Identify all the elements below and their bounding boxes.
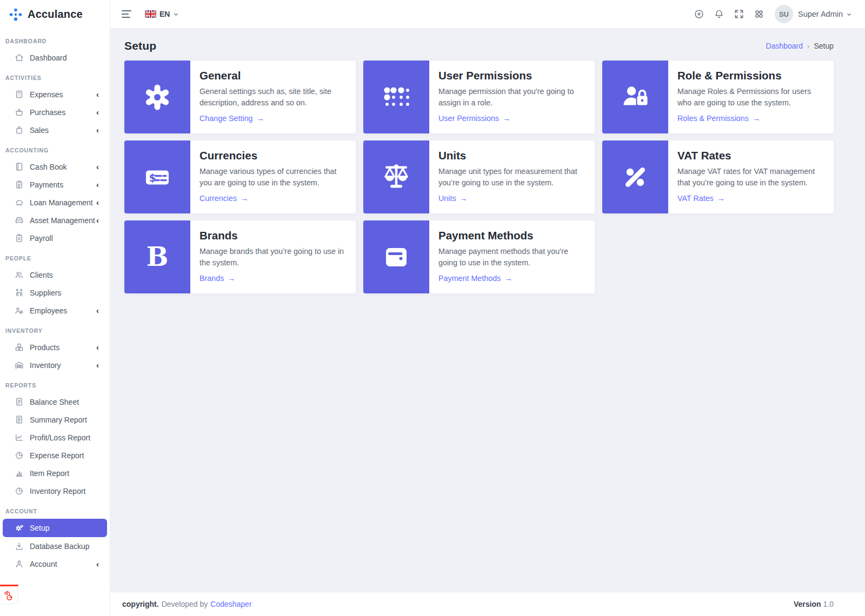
sidebar-item-products[interactable]: Products‹ [0, 338, 110, 356]
user-permissions-link[interactable]: User Permissions→ [438, 114, 510, 123]
sidebar-section-label: INVENTORY [0, 319, 110, 338]
card-link-label: Payment Methods [438, 274, 501, 283]
clipboard-list-icon [15, 180, 24, 189]
sidebar-item-label: Asset Management [30, 216, 95, 225]
card-description: Manage Roles & Permissions for users who… [677, 86, 825, 109]
laravel-debugbar-badge[interactable] [0, 585, 18, 604]
sidebar-item-employees[interactable]: Employees‹ [0, 302, 110, 319]
version-label: Version [794, 600, 821, 608]
apps-grid-icon[interactable] [754, 9, 764, 19]
payment-methods-link[interactable]: Payment Methods→ [438, 274, 513, 283]
sidebar-section-label: ACCOUNT [0, 500, 110, 519]
plus-circle-icon[interactable] [694, 9, 704, 19]
sidebar-item-cash-book[interactable]: Cash Book‹ [0, 158, 110, 176]
percent-icon [602, 140, 668, 213]
card-body: BrandsManage brands that you’re going to… [190, 220, 356, 293]
arrow-right-icon: → [717, 194, 725, 203]
sidebar-toggle-icon[interactable] [122, 10, 132, 18]
bag-icon [15, 125, 24, 135]
acculance-logo-icon [9, 8, 23, 22]
arrow-right-icon: → [504, 274, 512, 283]
sidebar-item-label: Dashboard [30, 53, 67, 62]
sidebar-item-payroll[interactable]: Payroll [0, 229, 110, 247]
sidebar-item-balance-sheet[interactable]: Balance Sheet [0, 393, 110, 411]
setup-card-currencies: $CurrenciesManage various types of curre… [124, 140, 356, 213]
codeshaper-link[interactable]: Codeshaper [210, 600, 251, 608]
sidebar-item-sales[interactable]: Sales‹ [0, 121, 110, 139]
sidebar-item-label: Expense Report [30, 451, 84, 460]
footer-copyright: copyright. [122, 600, 159, 608]
svg-text:B: B [147, 242, 169, 272]
page-title: Setup [124, 39, 156, 52]
sidebar: Acculance DASHBOARDDashboardACTIVITIESEx… [0, 0, 110, 616]
card-body: Payment MethodsManage payment methods th… [429, 220, 595, 293]
units-link[interactable]: Units→ [438, 194, 468, 203]
roles-permissions-link[interactable]: Roles & Permissions→ [677, 114, 760, 123]
sidebar-item-suppliers[interactable]: Suppliers [0, 284, 110, 302]
boxes-icon [15, 343, 24, 352]
arrow-right-icon: → [241, 194, 248, 203]
brands-link[interactable]: Brands→ [199, 274, 236, 283]
currencies-link[interactable]: Currencies→ [199, 194, 248, 203]
user-icon [15, 559, 24, 568]
sidebar-item-label: Summary Report [30, 416, 87, 424]
bell-icon[interactable] [714, 9, 724, 19]
gears-icon [15, 524, 24, 533]
page-content: Setup Dashboard › Setup GeneralGeneral s… [110, 29, 865, 592]
sidebar-item-label: Item Report [30, 469, 69, 478]
users-gear-icon [15, 306, 24, 315]
card-body: GeneralGeneral settings such as, site ti… [190, 61, 356, 133]
sidebar-item-inventory-report[interactable]: Inventory Report [0, 482, 110, 500]
sidebar-item-inventory[interactable]: Inventory‹ [0, 356, 110, 374]
sidebar-item-label: Profit/Loss Report [30, 433, 90, 442]
sidebar-item-setup[interactable]: Setup [3, 519, 107, 537]
arrow-right-icon: → [257, 114, 264, 123]
wallet-icon [363, 220, 429, 293]
vat-rates-link[interactable]: VAT Rates→ [677, 194, 725, 203]
sidebar-item-profit-loss-report[interactable]: Profit/Loss Report [0, 428, 110, 446]
arrow-right-icon: → [503, 114, 510, 123]
fullscreen-icon[interactable] [734, 9, 744, 19]
basket-icon [15, 108, 24, 117]
user-menu[interactable]: Super Admin [798, 10, 852, 18]
language-selector[interactable]: EN [145, 10, 179, 18]
sidebar-item-label: Setup [30, 524, 50, 532]
sidebar-item-payments[interactable]: Payments‹ [0, 176, 110, 193]
sidebar-item-database-backup[interactable]: Database Backup [0, 537, 110, 555]
chart-pie-icon [15, 486, 24, 496]
sidebar-item-label: Payroll [30, 234, 53, 243]
chart-bar-icon [15, 468, 24, 478]
breadcrumb-current: Setup [814, 42, 834, 50]
sidebar-item-expense-report[interactable]: Expense Report [0, 446, 110, 464]
user-name: Super Admin [798, 10, 843, 18]
calculator-icon [15, 90, 24, 99]
sidebar-item-expenses[interactable]: Expenses‹ [0, 85, 110, 103]
svg-text:$: $ [149, 171, 156, 183]
chevron-left-icon: ‹ [96, 108, 99, 116]
change-setting-link[interactable]: Change Setting→ [199, 114, 264, 123]
sidebar-item-label: Cash Book [30, 163, 66, 171]
sidebar-item-dashboard[interactable]: Dashboard [0, 49, 110, 66]
arrow-right-icon: → [753, 114, 760, 123]
sidebar-item-loan-management[interactable]: Loan Management‹ [0, 193, 110, 211]
card-title: VAT Rates [677, 149, 825, 162]
sidebar-item-item-report[interactable]: Item Report [0, 464, 110, 482]
sidebar-item-purchases[interactable]: Purchases‹ [0, 103, 110, 121]
people-carry-icon [15, 288, 24, 297]
breadcrumb-dashboard-link[interactable]: Dashboard [766, 42, 803, 50]
setup-card-general: GeneralGeneral settings such as, site ti… [124, 61, 356, 133]
chevron-left-icon: ‹ [96, 560, 99, 568]
sidebar-item-label: Suppliers [30, 289, 61, 297]
sidebar-item-summary-report[interactable]: Summary Report [0, 411, 110, 428]
book-icon [15, 162, 24, 171]
card-link-label: Change Setting [199, 114, 253, 123]
avatar[interactable]: SU [775, 5, 793, 23]
user-lock-icon [602, 61, 668, 133]
sidebar-item-asset-management[interactable]: Asset Management‹ [0, 211, 110, 229]
logo[interactable]: Acculance [0, 0, 110, 29]
breadcrumb: Dashboard › Setup [766, 42, 834, 50]
sidebar-item-clients[interactable]: Clients [0, 266, 110, 284]
sidebar-item-account[interactable]: Account‹ [0, 555, 110, 573]
app-title: Acculance [28, 8, 83, 21]
couch-icon [15, 216, 24, 225]
